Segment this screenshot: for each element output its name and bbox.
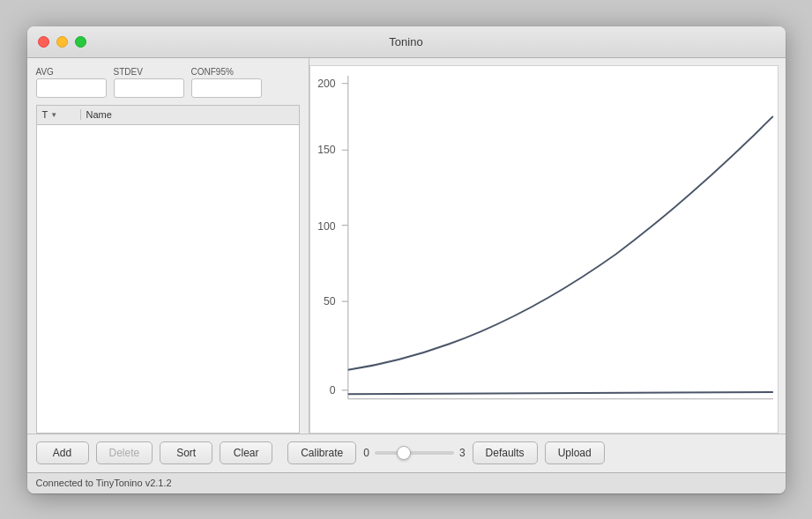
col-name-header[interactable]: Name <box>81 109 299 120</box>
y-label-200: 200 <box>317 77 335 89</box>
upper-curve <box>347 115 772 369</box>
y-label-100: 100 <box>317 219 335 232</box>
chart-area: 200 150 100 50 0 <box>309 65 778 434</box>
separator-1 <box>279 444 280 462</box>
delete-button[interactable]: Delete <box>96 441 153 464</box>
avg-group: AVG <box>36 67 107 98</box>
close-button[interactable] <box>38 36 49 48</box>
window-title: Tonino <box>389 35 422 48</box>
traffic-lights <box>38 36 86 48</box>
clear-button[interactable]: Clear <box>220 441 272 464</box>
table-body <box>37 125 299 433</box>
stats-row: AVG STDEV CONF95% <box>36 67 300 98</box>
table-header: T ▼ Name <box>37 106 299 125</box>
y-label-0: 0 <box>329 383 335 396</box>
conf95-group: CONF95% <box>191 67 262 98</box>
conf95-label: CONF95% <box>191 67 262 77</box>
titlebar: Tonino <box>27 26 786 58</box>
avg-input[interactable] <box>36 78 107 98</box>
calibrate-button[interactable]: Calibrate <box>287 441 356 464</box>
chart-svg: 200 150 100 50 0 <box>310 66 778 433</box>
slider-min-label: 0 <box>363 447 369 459</box>
main-window: Tonino AVG STDEV CONF95% <box>27 26 786 493</box>
slider-container: 0 3 <box>363 447 465 459</box>
zoom-slider[interactable] <box>375 451 454 455</box>
add-button[interactable]: Add <box>36 441 89 464</box>
left-panel: AVG STDEV CONF95% <box>27 58 309 434</box>
sort-arrow-icon: ▼ <box>50 111 57 119</box>
sort-button[interactable]: Sort <box>160 441 212 464</box>
col-t-header[interactable]: T ▼ <box>37 109 81 120</box>
defaults-button[interactable]: Defaults <box>473 441 538 464</box>
col-name-label: Name <box>86 109 112 120</box>
toolbar: Add Delete Sort Clear Calibrate 0 3 Defa… <box>27 434 786 472</box>
top-section: AVG STDEV CONF95% <box>27 58 786 434</box>
statusbar: Connected to TinyTonino v2.1.2 <box>27 472 786 493</box>
y-label-150: 150 <box>317 143 335 155</box>
conf95-input[interactable] <box>191 78 262 98</box>
main-content: AVG STDEV CONF95% <box>27 58 786 493</box>
minimize-button[interactable] <box>56 36 68 48</box>
data-table: T ▼ Name <box>36 105 300 434</box>
status-text: Connected to TinyTonino v2.1.2 <box>36 478 172 488</box>
col-t-label: T <box>42 109 48 120</box>
lower-curve <box>347 392 772 394</box>
y-label-50: 50 <box>323 295 335 308</box>
maximize-button[interactable] <box>75 36 86 48</box>
stdev-label: STDEV <box>114 67 184 77</box>
stdev-group: STDEV <box>114 67 184 98</box>
slider-max-label: 3 <box>459 447 466 459</box>
upload-button[interactable]: Upload <box>545 441 605 464</box>
stdev-input[interactable] <box>114 78 184 98</box>
avg-label: AVG <box>36 67 107 77</box>
